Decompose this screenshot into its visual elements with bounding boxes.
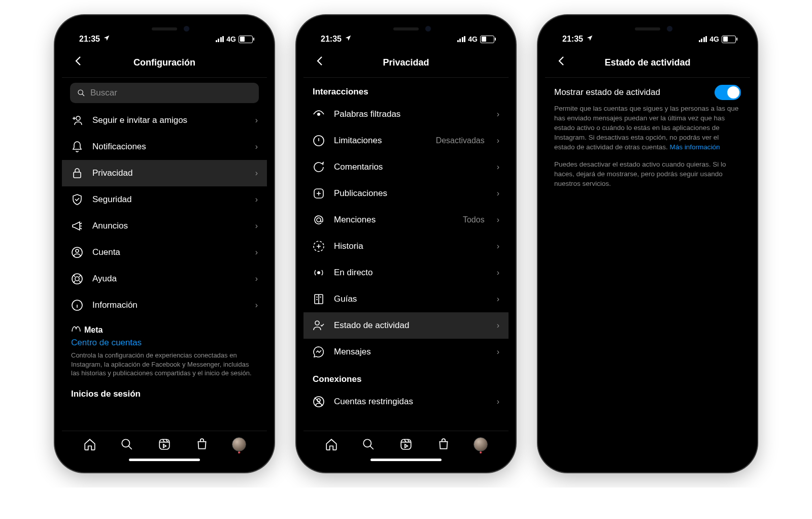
nav-reels[interactable] (399, 437, 413, 451)
nav-shop[interactable] (195, 437, 209, 451)
row-mentions[interactable]: Menciones Todos › (303, 207, 509, 233)
toggle-show-activity[interactable]: Mostrar estado de actividad (545, 78, 750, 104)
svg-rect-9 (159, 439, 170, 449)
meta-brand-label: Meta (84, 326, 103, 335)
eye-hidden-icon (313, 108, 325, 120)
nav-shop[interactable] (436, 437, 451, 451)
user-circle-icon (71, 246, 83, 258)
restricted-icon (313, 396, 325, 408)
row-guides[interactable]: Guías › (303, 286, 509, 312)
status-time: 21:35 (79, 35, 100, 44)
nav-search[interactable] (361, 437, 376, 451)
row-messages[interactable]: Mensajes › (303, 339, 509, 365)
svg-point-1 (76, 116, 80, 120)
back-button[interactable] (312, 54, 328, 71)
home-indicator[interactable] (129, 459, 200, 461)
phone-frame-settings: 21:35 4G Configuración Buscar (55, 15, 274, 472)
location-icon (345, 35, 352, 44)
meta-section: Meta Centro de cuentas Controla la confi… (62, 318, 267, 380)
info-icon (71, 299, 83, 311)
activity-description-2: Puedes desactivar el estado activo cuand… (545, 152, 750, 189)
row-value: Desactivadas (436, 136, 485, 145)
header: Privacidad (303, 50, 509, 78)
location-icon (586, 35, 593, 44)
section-connections: Conexiones (303, 365, 509, 388)
chevron-right-icon: › (497, 189, 499, 198)
back-button[interactable] (70, 54, 86, 71)
row-posts[interactable]: Publicaciones › (303, 180, 509, 207)
megaphone-icon (71, 220, 83, 232)
toggle-switch-on[interactable] (715, 85, 741, 100)
nav-search[interactable] (120, 437, 134, 451)
back-button[interactable] (553, 54, 569, 71)
nav-reels[interactable] (157, 437, 172, 451)
svg-point-6 (75, 277, 79, 281)
meta-description: Controla la configuración de experiencia… (71, 348, 258, 378)
row-comments[interactable]: Comentarios › (303, 154, 509, 180)
chevron-right-icon: › (497, 295, 499, 304)
cell-signal-icon (457, 36, 466, 42)
story-add-icon (313, 240, 325, 252)
at-icon (313, 214, 325, 226)
notch (363, 22, 449, 38)
chevron-right-icon: › (497, 163, 499, 172)
guides-icon (313, 293, 325, 305)
battery-icon (722, 36, 736, 43)
activity-status-icon (313, 319, 325, 332)
row-value: Todos (463, 215, 485, 224)
svg-rect-2 (74, 172, 81, 178)
row-account[interactable]: Cuenta › (62, 239, 267, 266)
chevron-right-icon: › (255, 301, 258, 310)
chevron-right-icon: › (497, 347, 499, 356)
home-indicator[interactable] (370, 459, 442, 461)
chevron-right-icon: › (497, 397, 499, 406)
chevron-right-icon: › (255, 116, 258, 125)
svg-rect-21 (401, 439, 411, 449)
svg-point-17 (315, 321, 319, 325)
chevron-right-icon: › (497, 268, 499, 277)
svg-point-4 (76, 249, 79, 252)
row-info[interactable]: Información › (62, 292, 267, 318)
header: Estado de actividad (545, 50, 750, 78)
row-limits[interactable]: Limitaciones Desactivadas › (303, 127, 509, 154)
search-placeholder: Buscar (90, 88, 117, 98)
nav-home[interactable] (324, 437, 339, 451)
page-title: Configuración (62, 57, 267, 68)
chevron-right-icon: › (255, 274, 258, 283)
status-time: 21:35 (321, 35, 342, 44)
lifebuoy-icon (71, 273, 83, 285)
svg-point-8 (122, 439, 130, 447)
row-invite-friends[interactable]: Seguir e invitar a amigos › (62, 107, 267, 134)
network-label: 4G (226, 35, 236, 43)
svg-point-15 (317, 271, 320, 274)
chevron-right-icon: › (497, 110, 499, 119)
messenger-icon (313, 346, 325, 358)
chevron-right-icon: › (255, 221, 258, 231)
row-security[interactable]: Seguridad › (62, 186, 267, 213)
live-icon (313, 267, 325, 279)
row-privacy[interactable]: Privacidad › (62, 160, 267, 186)
nav-profile[interactable] (473, 437, 488, 451)
row-activity-status[interactable]: Estado de actividad › (303, 312, 509, 339)
bottom-nav (62, 431, 267, 453)
row-notifications[interactable]: Notificaciones › (62, 134, 267, 160)
user-plus-icon (71, 114, 83, 126)
nav-home[interactable] (83, 437, 97, 451)
svg-point-10 (317, 113, 320, 116)
row-restricted-accounts[interactable]: Cuentas restringidas › (303, 388, 509, 415)
alert-circle-icon (313, 135, 325, 147)
more-info-link[interactable]: Más información (669, 143, 720, 151)
activity-description-1: Permite que las cuentas que sigues y las… (545, 104, 750, 152)
nav-profile[interactable] (232, 437, 246, 451)
search-input[interactable]: Buscar (70, 83, 259, 103)
accounts-center-link[interactable]: Centro de cuentas (71, 335, 258, 348)
row-ads[interactable]: Anuncios › (62, 213, 267, 239)
row-hidden-words[interactable]: Palabras filtradas › (303, 101, 509, 127)
row-live[interactable]: En directo › (303, 260, 509, 286)
shield-icon (71, 193, 83, 206)
battery-icon (480, 36, 494, 43)
status-time: 21:35 (562, 35, 583, 44)
notch (604, 22, 691, 38)
row-story[interactable]: Historia › (303, 233, 509, 260)
row-help[interactable]: Ayuda › (62, 266, 267, 292)
